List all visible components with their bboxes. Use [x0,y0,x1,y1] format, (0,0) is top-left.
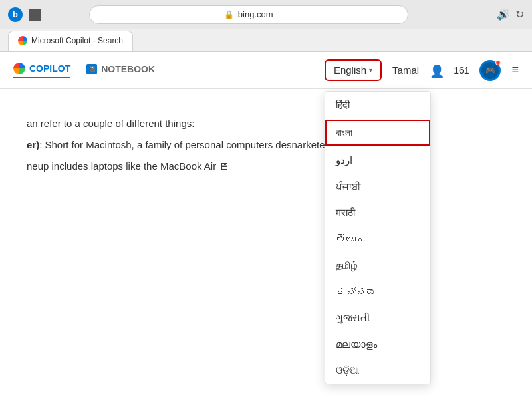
main-nav: COPILOT 📓 NOTEBOOK [13,63,155,78]
lang-option-odia[interactable]: ଓଡ଼ିଆ [325,357,430,384]
browser-tab[interactable]: Microsoft Copilot - Search [8,31,133,51]
lang-option-kannada[interactable]: ಕನ್ನಡ [325,279,430,305]
lang-option-telugu[interactable]: తెలుగు [325,226,430,253]
nav-label-notebook: NOTEBOOK [101,64,155,74]
keyword-prefix: er) [27,139,39,150]
points-display: 161 [454,65,469,76]
nav-item-copilot[interactable]: COPILOT [13,63,70,78]
language-label: English [334,65,366,76]
tab-favicon [18,36,27,45]
browser-chrome: b 🛡 🔒 bing.com 🔊 ↻ [0,0,532,29]
tab-bar: Microsoft Copilot - Search [0,29,532,52]
lang-option-hindi[interactable]: हिंदी [325,92,430,118]
main-content: an refer to a couple of different things… [0,89,532,405]
chevron-down-icon: ▾ [369,67,372,74]
language-button[interactable]: English ▾ [325,59,382,81]
content-line-2: er): Short for Macintosh, a family of pe… [27,137,505,153]
volume-icon[interactable]: 🔊 [497,8,510,21]
user-icon[interactable]: 👤 [430,64,443,77]
notebook-icon: 📓 [86,64,97,74]
content-line-1: an refer to a couple of different things… [27,116,505,132]
url-text: bing.com [238,9,273,19]
browser-logo: b [8,7,23,22]
shield-icon: 🛡 [29,9,41,21]
address-bar[interactable]: 🔒 bing.com [89,5,408,24]
notification-dot [495,60,501,65]
app-header: COPILOT 📓 NOTEBOOK English ▾ हिंदी বাংলা… [0,52,532,89]
language-dropdown: हिंदी বাংলা اردو ਪੰਜਾਬੀ मराठी తెలుగు தமி… [325,91,431,384]
username-text: Tamal [392,65,419,76]
tab-title: Microsoft Copilot - Search [31,36,123,45]
lang-option-gujarati[interactable]: ગુજરાતી [325,305,430,331]
nav-label-copilot: COPILOT [29,63,70,74]
lang-option-malayalam[interactable]: മലയാളം [325,331,430,358]
lang-option-marathi[interactable]: मराठी [325,200,430,226]
lang-option-bangla[interactable]: বাংলা [325,120,430,146]
refresh-icon[interactable]: ↻ [515,8,524,21]
lock-icon: 🔒 [224,10,234,19]
content-line-3: neup includes laptops like the MacBook A… [27,158,505,174]
nav-item-notebook[interactable]: 📓 NOTEBOOK [86,64,155,77]
lang-option-urdu[interactable]: اردو [325,147,430,174]
content-text-3: neup includes laptops like the MacBook A… [27,160,229,172]
browser-actions: 🔊 ↻ [497,8,524,21]
lang-option-tamil[interactable]: தமிழ் [325,252,430,279]
header-right: English ▾ हिंदी বাংলা اردو ਪੰਜਾਬੀ मराठी … [325,59,519,81]
copilot-icon [13,63,25,74]
content-text-1: an refer to a couple of different things… [27,118,194,129]
avatar-button[interactable]: 🎮 [479,60,501,81]
hamburger-menu-icon[interactable]: ≡ [511,63,519,77]
lang-option-punjabi[interactable]: ਪੰਜਾਬੀ [325,174,430,200]
content-text-2: : Short for Macintosh, a family of perso… [39,139,291,150]
content-body: an refer to a couple of different things… [27,116,505,174]
